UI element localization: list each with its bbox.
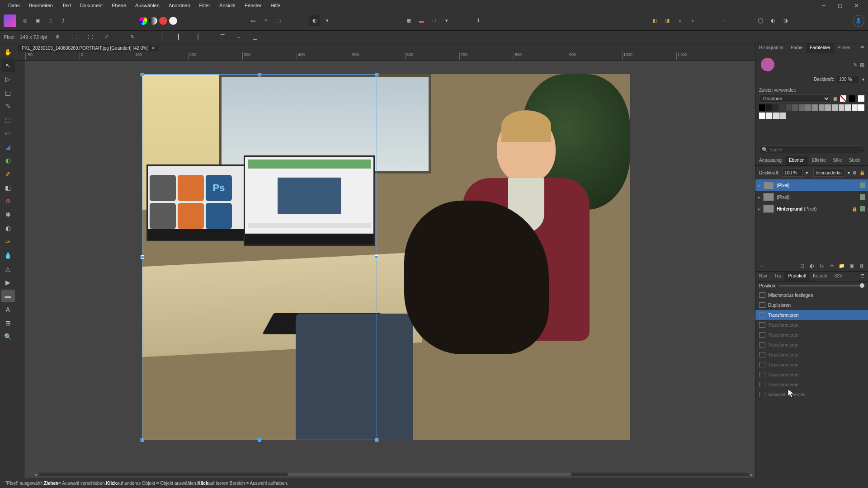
tab-stock[interactable]: Stock xyxy=(845,156,864,165)
marquee-tool[interactable]: ▭ xyxy=(1,127,15,140)
paint-tool[interactable]: ✐ xyxy=(1,168,15,180)
history-row[interactable]: Transformieren xyxy=(755,350,868,360)
history-row[interactable]: Transformieren xyxy=(755,360,868,370)
mesh-tool[interactable]: ⊞ xyxy=(1,317,15,329)
menu-anordnen[interactable]: Anordnen xyxy=(164,1,195,10)
folder-icon[interactable]: 📁 xyxy=(838,262,845,269)
layer-opacity-input[interactable] xyxy=(782,169,803,177)
history-row[interactable]: Transformieren xyxy=(755,380,868,389)
dropdown-icon[interactable]: ▾ xyxy=(848,170,850,175)
close-button[interactable]: ✕ xyxy=(850,1,863,9)
magnet-icon[interactable]: ⊔ xyxy=(429,15,439,26)
document-tab[interactable]: PXL_20230105_140800269.PORTRAIT.jpg [Geä… xyxy=(18,45,159,52)
color-preview[interactable] xyxy=(761,58,774,71)
layer-row[interactable]: ▸Hintergrund (Pixel)🔒 xyxy=(755,203,868,215)
align-icon[interactable]: ≡ xyxy=(719,15,730,26)
grid-icon[interactable]: ▦ xyxy=(403,15,414,26)
tab-pinsel[interactable]: Pinsel xyxy=(834,43,854,53)
opacity-input[interactable] xyxy=(837,75,859,83)
expand-icon[interactable]: ▸ xyxy=(758,183,760,188)
flood-tool[interactable]: ◢ xyxy=(1,141,15,153)
selection-brush-tool[interactable]: ⬚ xyxy=(1,113,15,126)
text-tool[interactable]: A xyxy=(1,303,15,316)
account-icon[interactable]: 👤 xyxy=(853,15,864,27)
tab-nav[interactable]: Nav xyxy=(755,272,771,281)
menu-ansicht[interactable]: Ansicht xyxy=(215,1,240,10)
align-center-icon[interactable]: ▎ xyxy=(175,32,185,42)
viewport[interactable]: Ps xyxy=(24,61,755,478)
expand-icon[interactable]: ▸ xyxy=(758,195,760,200)
lock-aspect-icon[interactable]: ⊕ xyxy=(52,32,63,42)
swatch[interactable] xyxy=(759,104,765,111)
visibility-checkbox[interactable] xyxy=(860,206,865,211)
layer-mode-icon[interactable]: ≡ xyxy=(758,262,765,269)
history-row[interactable]: Transformieren xyxy=(755,320,868,330)
tab-protokoll[interactable]: Protokoll xyxy=(784,272,809,281)
menu-auswählen[interactable]: Auswählen xyxy=(131,1,164,10)
dropdown-icon[interactable]: ▾ xyxy=(862,77,864,82)
selection-rect-icon[interactable]: ▭ xyxy=(248,15,259,26)
minimize-button[interactable]: ─ xyxy=(817,1,830,9)
dropdown-icon[interactable]: ▾ xyxy=(322,15,333,26)
rotate-icon[interactable]: ↻ xyxy=(127,32,138,42)
menu-text[interactable]: Text xyxy=(57,1,75,10)
vector-tool[interactable]: ▶ xyxy=(1,276,15,289)
pen-tool[interactable]: ✑ xyxy=(1,235,15,248)
tab-histogramm[interactable]: Histogramm xyxy=(755,43,787,53)
swatch[interactable] xyxy=(792,104,798,111)
palette-black-icon[interactable] xyxy=(849,95,855,102)
resize-icon[interactable]: ⤢ xyxy=(101,32,112,42)
menu-datei[interactable]: Datei xyxy=(4,1,24,10)
fx-icon[interactable]: fx xyxy=(818,262,826,269)
swatch[interactable] xyxy=(852,104,858,111)
close-tab-icon[interactable]: ✕ xyxy=(151,46,155,51)
transform-icon[interactable]: ⛶ xyxy=(69,32,80,42)
gradient-tool[interactable]: ◐ xyxy=(1,154,15,167)
sharpen-tool[interactable]: △ xyxy=(1,263,15,275)
tab-farbe[interactable]: Farbe xyxy=(787,43,806,53)
gear-icon[interactable]: ⚙ xyxy=(853,170,857,175)
layer-op4-icon[interactable]: ▫ xyxy=(687,15,698,26)
persona-photo-icon[interactable]: ◎ xyxy=(20,15,31,26)
layer-add-icon[interactable]: ◧ xyxy=(649,15,660,26)
history-row[interactable]: Auswahl entfernen xyxy=(755,389,868,399)
history-row[interactable]: Transformieren xyxy=(755,370,868,380)
selection-free-icon[interactable]: ✧ xyxy=(260,15,271,26)
maximize-button[interactable]: ▢ xyxy=(834,1,846,9)
info-icon[interactable]: ℹ xyxy=(473,15,484,26)
boolean-add-icon[interactable]: ◯ xyxy=(755,15,766,26)
swatch[interactable] xyxy=(805,104,811,111)
search-input[interactable] xyxy=(759,145,864,154)
align-left-icon[interactable]: ▏ xyxy=(158,32,169,42)
menu-filter[interactable]: Filter xyxy=(195,1,215,10)
palette-none-icon[interactable] xyxy=(840,95,846,102)
hand-tool[interactable]: ✋ xyxy=(1,46,15,58)
menu-dokument[interactable]: Dokument xyxy=(75,1,107,10)
blend-mode-select[interactable] xyxy=(813,169,845,177)
swatch[interactable] xyxy=(766,104,772,111)
history-row[interactable]: Transformieren xyxy=(755,310,868,320)
crop-tool[interactable]: ◫ xyxy=(1,86,15,99)
swatch[interactable] xyxy=(825,104,831,111)
swatch[interactable] xyxy=(772,104,778,111)
swatch[interactable] xyxy=(766,113,772,119)
persona-develop-icon[interactable]: ⎍ xyxy=(45,15,56,26)
align-right-icon[interactable]: ▕ xyxy=(191,32,202,42)
panel-menu-icon[interactable]: ☰ xyxy=(864,156,868,165)
align-top-icon[interactable]: ▔ xyxy=(217,32,228,42)
swatch[interactable] xyxy=(839,104,845,111)
delete-layer-icon[interactable]: 🗑 xyxy=(858,262,865,269)
boolean-int-icon[interactable]: ◑ xyxy=(780,15,791,26)
selection-refine-icon[interactable]: ⬚ xyxy=(273,15,284,26)
blur-tool[interactable]: 💧 xyxy=(1,249,15,262)
layer-row[interactable]: ▸(Pixel) xyxy=(755,179,868,191)
eyedropper-icon[interactable]: ✎ xyxy=(853,62,857,68)
crop-layer-icon[interactable]: ✂ xyxy=(828,262,835,269)
swatch[interactable] xyxy=(779,113,786,119)
tab-farbfelder[interactable]: Farbfelder xyxy=(806,43,834,53)
history-row[interactable]: Transformieren xyxy=(755,340,868,350)
dropdown-icon[interactable]: ▾ xyxy=(441,15,452,26)
clone-tool[interactable]: ⊛ xyxy=(1,195,15,207)
dropdown-icon[interactable]: ▾ xyxy=(806,170,808,175)
swatch[interactable] xyxy=(786,104,792,111)
